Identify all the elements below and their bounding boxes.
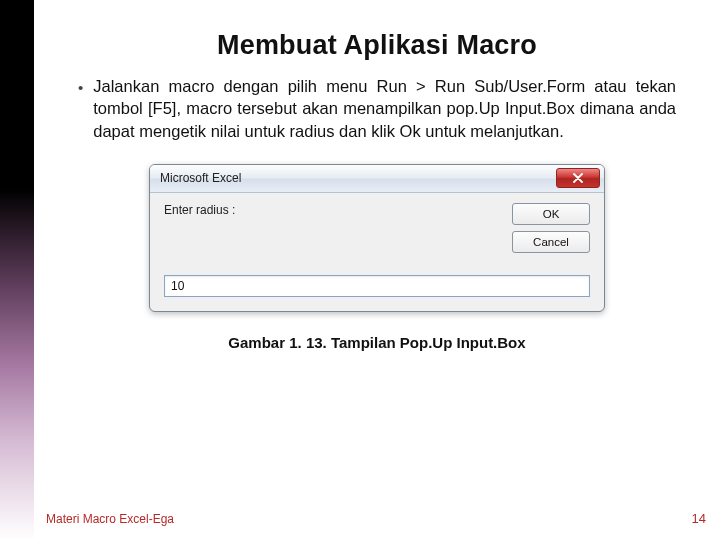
cancel-button[interactable]: Cancel [512,231,590,253]
bullet-text: Jalankan macro dengan pilih menu Run > R… [93,75,676,142]
dialog-title: Microsoft Excel [160,171,241,185]
figure-container: Microsoft Excel Enter radius : OK Cancel [72,164,682,312]
figure-caption: Gambar 1. 13. Tampilan Pop.Up Input.Box [72,334,682,351]
page-number: 14 [692,511,706,526]
slide-side-accent [0,0,34,540]
close-button[interactable] [556,168,600,188]
inputbox-dialog: Microsoft Excel Enter radius : OK Cancel [149,164,605,312]
footer-source: Materi Macro Excel-Ega [46,512,174,526]
close-icon [572,173,584,183]
slide-content: Membuat Aplikasi Macro • Jalankan macro … [34,0,720,540]
bullet-marker: • [78,75,83,98]
radius-input[interactable] [164,275,590,297]
dialog-body: Enter radius : OK Cancel [150,193,604,311]
dialog-titlebar[interactable]: Microsoft Excel [150,165,604,193]
slide-title: Membuat Aplikasi Macro [72,30,682,61]
dialog-button-group: OK Cancel [512,203,590,253]
bullet-item: • Jalankan macro dengan pilih menu Run >… [72,75,682,142]
ok-button[interactable]: OK [512,203,590,225]
